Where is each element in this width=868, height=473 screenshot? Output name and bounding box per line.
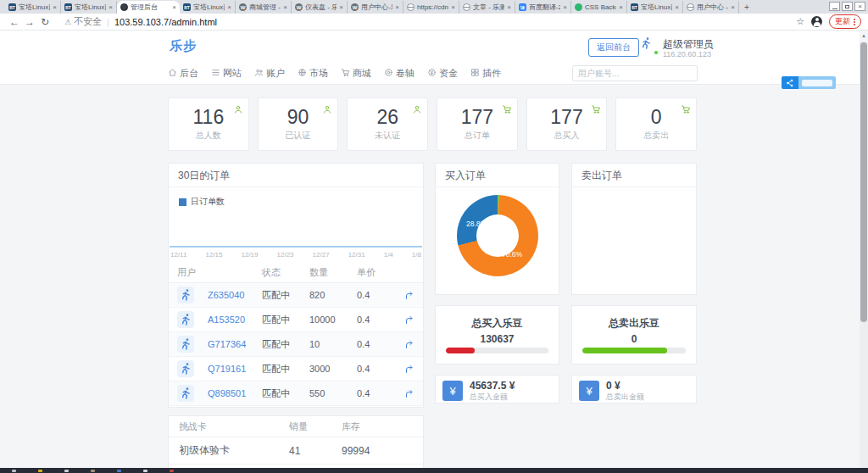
not-secure-warning-icon: ⚠ bbox=[64, 18, 71, 26]
order-user[interactable]: A153520 bbox=[208, 314, 262, 325]
forward-arrow-icon[interactable] bbox=[396, 388, 423, 398]
tab-close-icon[interactable]: × bbox=[507, 3, 511, 11]
url-zone[interactable]: ⚠ 不安全 | 103.59.103.7/admin.html bbox=[64, 15, 217, 28]
tab-close-icon[interactable]: × bbox=[563, 3, 567, 11]
tab-close-icon[interactable]: × bbox=[108, 3, 113, 11]
new-tab-button[interactable]: + bbox=[739, 1, 754, 14]
search-box[interactable] bbox=[572, 65, 698, 81]
bt-favicon-icon: BT bbox=[631, 3, 638, 11]
scrollbar-thumb[interactable] bbox=[860, 42, 867, 322]
order-user[interactable]: Q719161 bbox=[208, 364, 262, 374]
tab-close-icon[interactable]: × bbox=[53, 3, 57, 11]
browser-update-button[interactable]: 更新 bbox=[829, 14, 861, 29]
tab-close-icon[interactable]: × bbox=[283, 3, 287, 11]
browser-tab[interactable]: BT 宝塔Linux面 × bbox=[61, 1, 117, 14]
browser-tab[interactable]: https://cdn. × bbox=[403, 1, 459, 14]
col-price: 单价 bbox=[357, 266, 396, 279]
nav-item-home[interactable]: 后台 bbox=[168, 67, 198, 80]
sell-amount-label: 总卖出金额 bbox=[606, 392, 644, 403]
yen-icon bbox=[427, 68, 437, 79]
window-close-button[interactable]: × bbox=[854, 2, 865, 11]
browser-tab[interactable]: BT 宝塔Linux面 × bbox=[180, 1, 236, 14]
card-row[interactable]: 初级体验卡 41 99994 bbox=[169, 437, 423, 465]
tab-close-icon[interactable]: × bbox=[675, 3, 679, 11]
back-icon[interactable]: ← bbox=[7, 16, 22, 28]
chart-legend[interactable]: 日订单数 bbox=[179, 196, 225, 208]
share-nodes-icon[interactable] bbox=[782, 76, 798, 89]
nav-item-grid[interactable]: 插件 bbox=[470, 67, 501, 80]
tab-close-icon[interactable]: × bbox=[731, 3, 735, 11]
browser-tab[interactable]: BT 宝塔Linux面 × bbox=[5, 1, 61, 14]
order-row[interactable]: Q719161 匹配中 3000 0.4 bbox=[169, 357, 423, 381]
css-favicon-icon bbox=[575, 3, 582, 11]
search-input[interactable] bbox=[573, 69, 695, 78]
user-avatar[interactable] bbox=[639, 36, 658, 55]
order-row[interactable]: A153520 匹配中 10000 0.4 bbox=[169, 308, 423, 332]
forward-icon[interactable]: → bbox=[22, 16, 37, 28]
browser-tab[interactable]: CSS Backgr × bbox=[571, 1, 627, 14]
browser-tab[interactable]: 文章 - 乐测 × bbox=[459, 1, 515, 14]
browser-tab[interactable]: W 仪表盘 - 乐 × bbox=[292, 1, 348, 14]
bookmark-star-icon[interactable]: ☆ bbox=[796, 16, 804, 27]
order-user[interactable]: Q898501 bbox=[208, 388, 262, 398]
forward-arrow-icon[interactable] bbox=[396, 339, 423, 349]
tab-close-icon[interactable]: × bbox=[619, 3, 623, 11]
back-to-front-button[interactable]: 返回前台 bbox=[588, 38, 639, 57]
nav-item-list[interactable]: 网站 bbox=[211, 67, 242, 80]
tab-close-icon[interactable]: × bbox=[227, 3, 231, 11]
order-row[interactable]: Q898501 匹配中 550 0.4 bbox=[169, 381, 423, 406]
page-scrollbar[interactable]: ▲ bbox=[860, 31, 868, 468]
scroll-icon bbox=[384, 68, 393, 79]
netdisk-widget-label[interactable] bbox=[798, 76, 836, 89]
order-user[interactable]: G717364 bbox=[208, 339, 262, 349]
tab-close-icon[interactable]: × bbox=[172, 3, 176, 11]
minimize-button[interactable] bbox=[829, 2, 840, 11]
nav-item-globe[interactable]: 市场 bbox=[298, 67, 328, 80]
total-buy-beans-panel: 总买入乐豆 130637 bbox=[435, 305, 559, 364]
tab-close-icon[interactable]: × bbox=[339, 3, 343, 11]
tab-close-icon[interactable]: × bbox=[451, 3, 455, 11]
nav-item-cart[interactable]: 商城 bbox=[341, 67, 371, 80]
sell-orders-panel: 卖出订单 bbox=[571, 163, 697, 295]
col-card: 挑战卡 bbox=[179, 420, 289, 433]
chart-series-line bbox=[170, 246, 422, 248]
person-icon bbox=[412, 103, 422, 113]
wordpress-favicon-icon: W bbox=[295, 3, 303, 11]
scroll-up-arrow[interactable]: ▲ bbox=[860, 31, 868, 42]
buy-beans-value: 130637 bbox=[436, 333, 559, 345]
x-tick: 12/23 bbox=[277, 251, 294, 259]
challenge-cards-panel: 挑战卡 销量 库存 初级体验卡 41 99994 中级挑战卡 13 99996 bbox=[168, 415, 424, 468]
orders-table: 用户 状态 数量 单价 Z635040 匹配中 820 0.4 A153520 … bbox=[169, 262, 423, 406]
order-qty: 10000 bbox=[309, 314, 357, 325]
forward-arrow-icon[interactable] bbox=[396, 364, 423, 374]
tab-title: 用户中心 - 1 bbox=[697, 3, 728, 12]
browser-tab[interactable]: 译 百度翻译-20 × bbox=[515, 1, 571, 14]
browser-tab[interactable]: W 用户中心-乐 × bbox=[348, 1, 403, 14]
forward-arrow-icon[interactable] bbox=[396, 290, 423, 300]
restore-button[interactable] bbox=[842, 2, 853, 11]
site-logo[interactable]: 乐步 bbox=[170, 38, 197, 54]
tab-strip: BT 宝塔Linux面 × BT 宝塔Linux面 × 管理后台 × BT 宝塔… bbox=[0, 0, 868, 14]
cart-icon bbox=[681, 103, 691, 113]
forward-arrow-icon[interactable] bbox=[396, 314, 423, 325]
tab-title: 宝塔Linux面 bbox=[641, 3, 672, 12]
order-price: 0.4 bbox=[357, 388, 396, 398]
netdisk-share-widget[interactable] bbox=[782, 76, 836, 89]
reload-icon[interactable]: ↻ bbox=[37, 16, 53, 28]
browser-menu-icon[interactable] bbox=[854, 19, 855, 25]
buy-orders-donut-chart[interactable] bbox=[457, 195, 538, 276]
nav-item-users[interactable]: 账户 bbox=[254, 67, 285, 80]
browser-tab[interactable]: W 商城管理 - 3 × bbox=[236, 1, 292, 14]
nav-item-yen[interactable]: 资金 bbox=[427, 67, 458, 80]
browser-tab[interactable]: 管理后台 × bbox=[117, 1, 180, 14]
browser-tab[interactable]: BT 宝塔Linux面 × bbox=[627, 1, 683, 14]
nav-item-scroll[interactable]: 卷轴 bbox=[384, 67, 415, 80]
browser-profile-icon[interactable] bbox=[811, 16, 822, 27]
browser-tab[interactable]: 用户中心 - 1 × bbox=[683, 1, 739, 14]
order-user[interactable]: Z635040 bbox=[208, 290, 262, 300]
runner-icon bbox=[639, 36, 653, 50]
order-row[interactable]: G717364 匹配中 10 0.4 bbox=[169, 332, 423, 357]
tab-close-icon[interactable]: × bbox=[395, 3, 399, 11]
order-row[interactable]: Z635040 匹配中 820 0.4 bbox=[169, 283, 423, 308]
col-status: 状态 bbox=[262, 266, 309, 279]
